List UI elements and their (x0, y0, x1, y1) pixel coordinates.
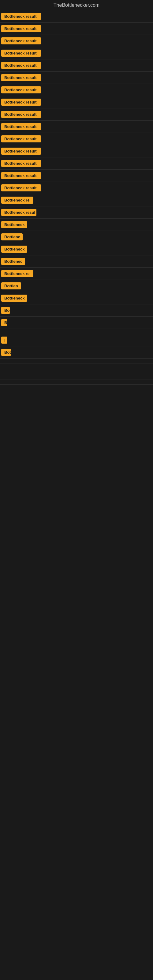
site-title-text: TheBottlenecker.com (54, 2, 99, 8)
bottleneck-result-badge: Bottleneck result (1, 25, 41, 32)
site-title: TheBottlenecker.com (0, 0, 153, 10)
list-item[interactable]: Bottleneck result (0, 108, 153, 121)
bottleneck-result-badge: Bottleneck (1, 246, 27, 253)
list-item[interactable] (0, 364, 153, 369)
bottleneck-result-badge: Bottleneck result (1, 99, 41, 106)
bottleneck-result-badge: Bottleneck result (1, 74, 41, 81)
bottleneck-result-badge: B (1, 319, 7, 326)
bottleneck-result-badge: Bottleneck result (1, 13, 41, 20)
bottleneck-result-badge: Bottleneck re (1, 270, 33, 277)
list-item[interactable]: Bottleneck result (0, 96, 153, 108)
bottleneck-result-badge: Bottleneck result (1, 160, 41, 167)
bottleneck-result-badge: Bottleneck result (1, 111, 41, 118)
list-item[interactable]: Bottleneck result (0, 182, 153, 194)
list-item[interactable]: Bottleneck result (0, 121, 153, 133)
list-item[interactable]: Bottleneck resul (0, 207, 153, 219)
list-item[interactable]: Bottleneck result (0, 170, 153, 182)
list-item[interactable]: Bottleneck (0, 292, 153, 304)
list-item[interactable] (0, 369, 153, 374)
list-item[interactable]: Bottleneck result (0, 84, 153, 96)
list-item[interactable]: Bottleneck result (0, 59, 153, 72)
bottleneck-result-badge: Bottleneck result (1, 172, 41, 179)
list-item[interactable] (0, 374, 153, 379)
list-item[interactable]: Bottlenec (0, 255, 153, 268)
list-item[interactable]: | (0, 334, 153, 346)
bottleneck-result-badge: | (1, 337, 7, 344)
list-item[interactable]: Bottlene (0, 231, 153, 243)
bottleneck-result-badge: Bottleneck result (1, 135, 41, 142)
bottleneck-result-badge: Bottleneck result (1, 148, 41, 155)
list-item[interactable]: Bot (0, 346, 153, 359)
list-item[interactable]: Bottleneck result (0, 72, 153, 84)
bottleneck-result-badge: Bottleneck (1, 294, 27, 302)
list-item[interactable]: Bottleneck (0, 243, 153, 255)
bottleneck-result-badge: Bottlene (1, 233, 22, 240)
list-item[interactable]: Bo (0, 304, 153, 317)
bottleneck-result-badge: Bottleneck result (1, 86, 41, 94)
bottleneck-result-badge: Bot (1, 349, 11, 356)
list-item[interactable]: Bottleneck result (0, 158, 153, 170)
list-item[interactable] (0, 359, 153, 364)
list-item[interactable]: Bottlen (0, 280, 153, 292)
bottleneck-result-badge: Bottleneck result (1, 123, 41, 130)
bottleneck-result-badge: Bottleneck result (1, 62, 41, 69)
bottleneck-result-badge: Bottleneck resul (1, 209, 37, 216)
bottleneck-result-badge: Bottleneck result (1, 185, 41, 191)
bottleneck-result-badge: Bottleneck result (1, 49, 41, 57)
bottleneck-result-badge: Bottleneck re (1, 197, 33, 204)
list-item[interactable]: Bottleneck re (0, 268, 153, 280)
list-item[interactable]: Bottleneck (0, 219, 153, 231)
bottleneck-result-badge: Bo (1, 307, 10, 314)
list-item[interactable]: Bottleneck result (0, 35, 153, 47)
list-item[interactable]: B (0, 317, 153, 329)
bottleneck-result-badge: Bottleneck result (1, 37, 41, 45)
list-item[interactable]: Bottleneck re (0, 194, 153, 207)
list-item[interactable] (0, 329, 153, 334)
list-item[interactable]: Bottleneck result (0, 47, 153, 59)
bottleneck-result-badge: Bottlenec (1, 258, 25, 265)
bottleneck-result-badge: Bottleneck (1, 221, 27, 228)
bottleneck-result-badge: Bottlen (1, 282, 21, 290)
list-item[interactable]: Bottleneck result (0, 145, 153, 158)
list-item[interactable]: Bottleneck result (0, 23, 153, 35)
list-item[interactable] (0, 379, 153, 385)
list-item[interactable]: Bottleneck result (0, 10, 153, 23)
list-item[interactable]: Bottleneck result (0, 133, 153, 145)
